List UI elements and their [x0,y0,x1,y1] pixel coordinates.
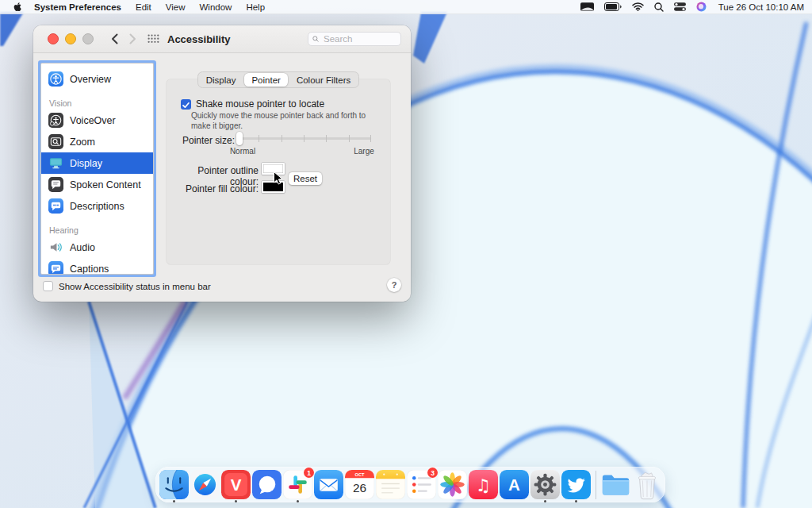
dock-item-downloads-folder[interactable] [600,469,631,500]
sidebar-item-audio[interactable]: Audio [41,237,153,258]
sidebar-item-label: Overview [70,74,111,85]
music-icon: ♫ [469,470,498,499]
dock-separator [596,471,596,499]
menu-app-name[interactable]: System Preferences [34,2,121,12]
dock-item-finder[interactable] [159,469,190,500]
menu-bar: System Preferences Edit View Window Help… [0,0,812,14]
dock-item-signal[interactable] [251,469,282,500]
vivaldi-icon: V [221,470,251,499]
dock-item-app-store[interactable]: A [499,469,530,500]
dock: V 1 OCT26 3 ♫ A [155,467,665,502]
sidebar-item-label: Display [70,158,102,169]
search-icon [312,35,319,43]
sidebar-item-display[interactable]: Display [41,152,153,174]
screen-mirroring-icon[interactable] [580,2,594,12]
svg-text:V: V [231,475,242,494]
pointer-size-max-label: Large [344,147,384,156]
chevron-right-icon [129,33,136,44]
menu-window[interactable]: Window [200,2,232,12]
show-status-label: Show Accessibility status in menu bar [59,282,211,291]
sidebar-item-zoom[interactable]: Zoom [41,131,153,152]
sidebar-item-label: Captions [70,264,109,275]
dock-item-mail[interactable] [313,469,344,500]
dock-item-notes[interactable] [375,469,406,500]
tab-display[interactable]: Display [198,72,244,87]
sidebar-item-label: Audio [70,242,95,253]
dock-item-slack[interactable]: 1 [282,469,313,500]
sidebar-item-overview[interactable]: Overview [41,68,153,90]
menu-edit[interactable]: Edit [136,2,151,12]
wifi-icon[interactable] [632,2,644,11]
dock-item-safari[interactable] [190,469,220,500]
downloads-folder-icon [601,471,630,498]
help-button[interactable]: ? [387,278,401,292]
menu-clock[interactable]: Tue 26 Oct 10:10 AM [718,2,804,12]
tab-bar: Display Pointer Colour Filters [167,71,390,88]
sidebar-item-label: Descriptions [70,201,124,212]
chevron-left-icon [111,33,118,44]
display-icon [48,156,63,171]
trash-icon [634,470,661,500]
svg-text:OCT: OCT [355,472,365,477]
sidebar-item-voiceover[interactable]: VoiceOver [41,110,153,131]
running-indicator [297,500,299,502]
voiceover-icon [48,113,63,128]
siri-icon[interactable] [696,2,707,12]
sidebar-item-captions[interactable]: Captions [41,258,153,274]
pointer-fill-colour-label: Pointer fill colour: [167,183,259,194]
dock-item-twitter[interactable] [561,469,592,500]
dock-item-reminders[interactable]: 3 [406,469,437,500]
zoom-button[interactable] [82,33,94,44]
accessibility-overview-icon [48,71,63,87]
show-all-preferences-button[interactable] [147,34,159,44]
signal-icon [252,470,282,499]
pointer-size-slider[interactable] [236,132,371,145]
spotlight-icon[interactable] [654,2,664,12]
dock-item-system-preferences[interactable] [530,469,561,500]
dock-item-vivaldi[interactable]: V [220,469,251,500]
window-title: Accessibility [167,33,231,45]
sidebar-item-label: Zoom [70,137,95,148]
slider-thumb[interactable] [236,132,243,145]
show-status-checkbox[interactable] [43,281,53,291]
system-preferences-icon [530,470,560,499]
svg-text:A: A [508,475,520,494]
close-button[interactable] [48,33,59,44]
checkmark-icon [181,100,191,110]
forward-button[interactable] [129,33,136,44]
sidebar-item-descriptions[interactable]: Descriptions [41,195,153,217]
safari-icon [190,470,220,499]
app-store-icon: A [500,470,529,499]
dock-item-trash[interactable] [631,469,662,500]
search-input[interactable] [322,33,396,44]
zoom-icon [48,134,63,149]
mouse-cursor [273,171,284,189]
apple-menu[interactable] [13,2,23,13]
shake-pointer-checkbox[interactable] [181,99,191,110]
battery-icon[interactable] [604,2,622,11]
control-centre-icon[interactable] [674,2,686,11]
grid-icon [147,34,159,44]
svg-text:♫: ♫ [476,475,491,495]
menu-view[interactable]: View [166,2,186,12]
tab-colour-filters[interactable]: Colour Filters [289,72,358,87]
reset-button[interactable]: Reset [289,172,322,185]
captions-icon [48,261,63,274]
dock-item-calendar[interactable]: OCT26 [344,469,375,500]
window-titlebar[interactable]: Accessibility [33,25,411,53]
back-button[interactable] [111,33,118,44]
dock-item-music[interactable]: ♫ [468,469,499,500]
running-indicator [575,500,577,502]
menu-help[interactable]: Help [246,2,265,12]
sidebar-item-spoken-content[interactable]: Spoken Content [41,174,153,195]
tab-pointer[interactable]: Pointer [244,73,287,87]
search-field[interactable] [308,32,401,46]
svg-text:26: 26 [353,481,366,495]
system-preferences-window: Accessibility Overview Vision VoiceOver … [33,25,411,302]
sidebar-section-hearing: Hearing [49,225,153,235]
dock-item-photos[interactable] [437,469,468,500]
minimize-button[interactable] [65,33,76,44]
pointer-size-label: Pointer size: [173,135,235,146]
shake-pointer-label: Shake mouse pointer to locate [196,98,324,110]
pointer-size-min-label: Normal [223,147,262,156]
